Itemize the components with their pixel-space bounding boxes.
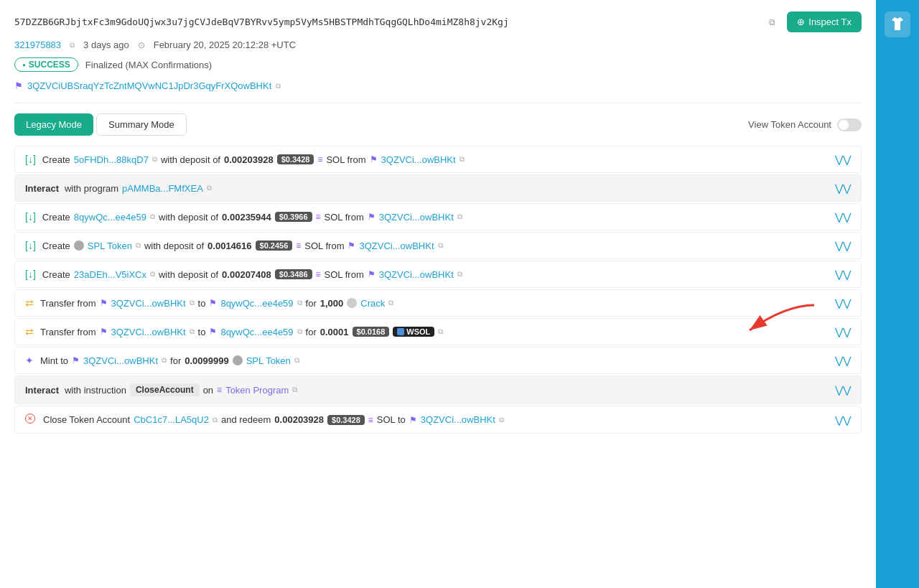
account-link-3[interactable]: 23aDEh...V5iXCx bbox=[74, 269, 146, 280]
tx-row-create-2: [↓] Create 8qywQc...ee4e59 ⧉ with deposi… bbox=[14, 203, 862, 230]
sol-icon-1: ≡ bbox=[317, 154, 322, 164]
from-address-1[interactable]: 3QZVCi...owBHKt bbox=[381, 154, 456, 165]
download-icon: [↓] bbox=[25, 154, 36, 165]
tx-row-close: ✕ Close Token Account CbC1c7...LA5qU2 ⧉ … bbox=[14, 406, 862, 434]
usd-badge-2: $0.3966 bbox=[275, 212, 312, 222]
view-token-row: View Token Account bbox=[748, 118, 862, 131]
expand-icon-10[interactable]: ⋁⋁ bbox=[835, 414, 851, 426]
expand-icon-6[interactable]: ⋁⋁ bbox=[835, 297, 851, 309]
clock-icon: ⊙ bbox=[138, 40, 145, 50]
view-token-toggle[interactable] bbox=[837, 118, 862, 131]
usd-badge-wsol: $0.0168 bbox=[353, 327, 390, 337]
tx-hash: 57DZZB6GRJbjtxFc3m9GdoUQjwx3u7jgCVJdeBqV… bbox=[14, 17, 765, 27]
expand-icon-4[interactable]: ⋁⋁ bbox=[835, 240, 851, 251]
spl-token-link[interactable]: SPL Token bbox=[88, 241, 132, 251]
close-to-link[interactable]: 3QZVCi...owBHKt bbox=[421, 414, 495, 425]
account-link-2[interactable]: 8qywQc...ee4e59 bbox=[74, 212, 146, 223]
summary-mode-button[interactable]: Summary Mode bbox=[96, 113, 187, 136]
usd-badge-4: $0.3486 bbox=[275, 269, 312, 279]
usd-badge-close: $0.3428 bbox=[327, 415, 365, 425]
tx-row-transfer-crack: ⇄ Transfer from ⚑ 3QZVCi...owBHKt ⧉ to ⚑… bbox=[14, 289, 862, 317]
close-icon: ✕ bbox=[25, 414, 37, 426]
copy-hash-icon[interactable]: ⧉ bbox=[769, 17, 775, 27]
legacy-mode-button[interactable]: Legacy Mode bbox=[14, 113, 93, 136]
expand-icon-5[interactable]: ⋁⋁ bbox=[835, 269, 851, 280]
tx-row-create-spl: [↓] Create SPL Token ⧉ with deposit of 0… bbox=[14, 232, 862, 259]
finalized-text: Finalized (MAX Confirmations) bbox=[85, 60, 212, 70]
tx-header: 57DZZB6GRJbjtxFc3m9GdoUQjwx3u7jgCVJdeBqV… bbox=[14, 11, 862, 32]
program-icon: ⚑ bbox=[14, 80, 23, 91]
tx-status-row: SUCCESS Finalized (MAX Confirmations) bbox=[14, 57, 862, 72]
tx-meta: 321975883 ⧉ 3 days ago ⊙ February 20, 20… bbox=[14, 39, 862, 50]
usd-badge-3: $0.2456 bbox=[256, 241, 293, 251]
download-icon-4: [↓] bbox=[25, 269, 36, 280]
expand-icon-1[interactable]: ⋁⋁ bbox=[835, 154, 851, 165]
transfer-to-1[interactable]: 8qywQc...ee4e59 bbox=[220, 298, 293, 309]
crack-token-circle bbox=[347, 298, 357, 308]
time-ago: 3 days ago bbox=[83, 39, 129, 50]
close-account-link[interactable]: CbC1c7...LA5qU2 bbox=[134, 414, 209, 425]
copy-program-icon[interactable]: ⧉ bbox=[276, 82, 281, 90]
transfer-icon-1: ⇄ bbox=[25, 297, 34, 309]
token-program-link[interactable]: Token Program bbox=[225, 385, 289, 396]
transfer-from-1[interactable]: 3QZVCi...owBHKt bbox=[111, 298, 186, 309]
spl-mint-circle bbox=[233, 355, 243, 365]
from-address-4[interactable]: 3QZVCi...owBHKt bbox=[379, 269, 454, 280]
wsol-badge: WSOL bbox=[393, 327, 434, 337]
timestamp: February 20, 2025 20:12:28 +UTC bbox=[154, 39, 296, 50]
mode-row: Legacy Mode Summary Mode View Token Acco… bbox=[14, 113, 862, 136]
tx-row-interact-2: Interact with instruction CloseAccount o… bbox=[14, 375, 862, 404]
transfer-from-2[interactable]: 3QZVCi...owBHKt bbox=[111, 327, 186, 337]
download-icon-3: [↓] bbox=[25, 240, 36, 251]
spl-token-circle bbox=[74, 241, 84, 251]
copy-icon-1[interactable]: ⧉ bbox=[152, 155, 157, 164]
slot-number[interactable]: 321975883 bbox=[14, 39, 61, 50]
right-sidebar bbox=[876, 0, 919, 588]
expand-icon-9[interactable]: ⋁⋁ bbox=[835, 384, 851, 396]
mint-to-link[interactable]: 3QZVCi...owBHKt bbox=[83, 355, 158, 366]
transaction-list: [↓] Create 5oFHDh...88kqD7 ⧉ with deposi… bbox=[14, 146, 862, 434]
from-address-2[interactable]: 3QZVCi...owBHKt bbox=[379, 212, 454, 223]
expand-icon-8[interactable]: ⋁⋁ bbox=[835, 355, 851, 366]
spl-mint-link[interactable]: SPL Token bbox=[246, 355, 291, 366]
expand-icon-7[interactable]: ⋁⋁ bbox=[835, 326, 851, 337]
program-link-1[interactable]: pAMMBa...FMfXEA bbox=[122, 183, 203, 194]
copy-slot-icon[interactable]: ⧉ bbox=[70, 41, 75, 50]
wsol-icon bbox=[397, 328, 404, 335]
account-link-1[interactable]: 5oFHDh...88kqD7 bbox=[74, 154, 149, 165]
copy-program-1[interactable]: ⧉ bbox=[207, 184, 212, 192]
expand-icon-3[interactable]: ⋁⋁ bbox=[835, 211, 851, 223]
transfer-icon-2: ⇄ bbox=[25, 326, 34, 337]
transfer-to-2[interactable]: 8qywQc...ee4e59 bbox=[220, 327, 293, 337]
download-icon-2: [↓] bbox=[25, 211, 36, 223]
usd-badge-1: $0.3428 bbox=[277, 154, 314, 164]
copy-from-1[interactable]: ⧉ bbox=[460, 155, 465, 164]
expand-icon-2[interactable]: ⋁⋁ bbox=[835, 182, 851, 194]
program-address-row: ⚑ 3QZVCiUBSraqYzTcZntMQVwNC1JpDr3GqyFrXQ… bbox=[14, 80, 862, 91]
tx-row-interact-1: Interact with program pAMMBa...FMfXEA ⧉ … bbox=[14, 174, 862, 202]
tx-row-create-1: [↓] Create 5oFHDh...88kqD7 ⧉ with deposi… bbox=[14, 146, 862, 173]
from-icon-1: ⚑ bbox=[370, 154, 378, 164]
mint-icon: ✦ bbox=[25, 355, 34, 366]
tx-row-create-3: [↓] Create 23aDEh...V5iXCx ⧉ with deposi… bbox=[14, 261, 862, 288]
view-token-label: View Token Account bbox=[748, 119, 831, 130]
tx-row-content: [↓] Create 5oFHDh...88kqD7 ⧉ with deposi… bbox=[25, 154, 835, 165]
from-address-3[interactable]: 3QZVCi...owBHKt bbox=[359, 241, 434, 251]
mode-buttons: Legacy Mode Summary Mode bbox=[14, 113, 187, 136]
sidebar-shirt-icon[interactable] bbox=[885, 11, 910, 37]
tx-row-content-2: Interact with program pAMMBa...FMfXEA ⧉ bbox=[25, 183, 835, 194]
inspect-icon: ⊕ bbox=[797, 17, 805, 27]
tx-row-transfer-wsol: ⇄ Transfer from ⚑ 3QZVCi...owBHKt ⧉ to ⚑… bbox=[14, 318, 862, 345]
tx-row-mint: ✦ Mint to ⚑ 3QZVCi...owBHKt ⧉ for 0.0099… bbox=[14, 347, 862, 374]
status-badge: SUCCESS bbox=[14, 57, 78, 72]
crack-token-link[interactable]: Crack bbox=[360, 298, 385, 309]
close-account-badge: CloseAccount bbox=[130, 383, 200, 396]
program-address-link[interactable]: 3QZVCiUBSraqYzTcZntMQVwNC1JpDr3GqyFrXQow… bbox=[27, 80, 271, 91]
inspect-tx-button[interactable]: ⊕ Inspect Tx bbox=[787, 11, 862, 32]
